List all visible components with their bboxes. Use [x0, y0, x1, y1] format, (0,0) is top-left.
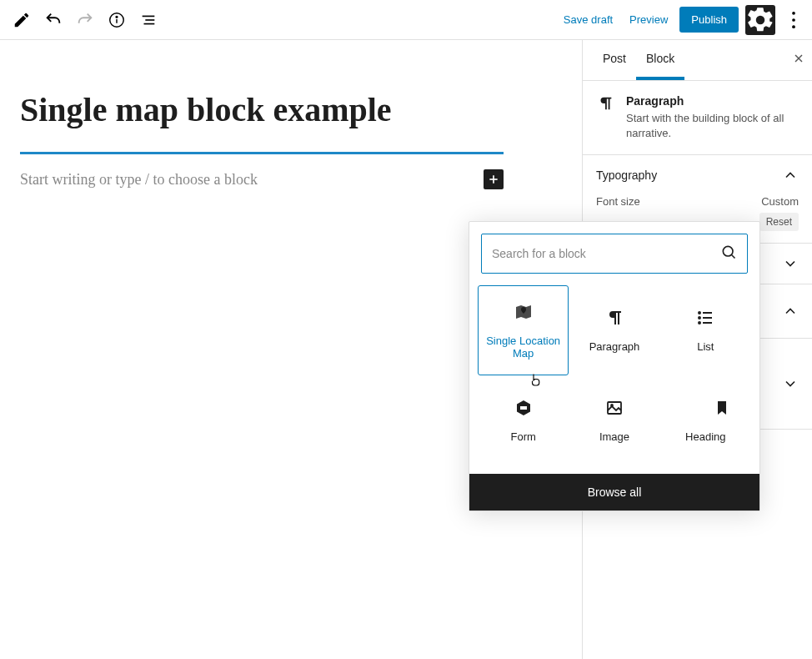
plus-icon — [487, 173, 500, 186]
search-icon — [720, 244, 737, 264]
inserter-search-region — [469, 222, 759, 285]
inserter-item-label: Paragraph — [589, 340, 640, 353]
toolbar-left-group — [7, 5, 163, 35]
form-icon — [514, 398, 534, 420]
edit-mode-button[interactable] — [7, 5, 37, 35]
heading-icon — [679, 398, 732, 420]
title-underline — [20, 152, 504, 154]
inserter-item-image[interactable]: Image — [569, 375, 659, 465]
block-inserter-popover: Single Location Map Paragraph List Form … — [469, 221, 760, 511]
svg-point-6 — [792, 11, 795, 14]
page-title[interactable]: Single map block example — [20, 90, 562, 130]
gear-icon — [745, 5, 775, 35]
inserter-item-label: Single Location Map — [484, 335, 563, 360]
info-icon — [108, 11, 126, 29]
inserter-item-heading[interactable]: Heading — [660, 375, 751, 465]
more-options-button[interactable] — [782, 5, 805, 35]
paragraph-icon — [604, 308, 624, 330]
typography-panel-title: Typography — [596, 169, 657, 182]
toolbar-right-group: Save draft Preview Publish — [559, 5, 805, 35]
close-sidebar-button[interactable] — [792, 52, 805, 69]
paragraph-icon — [596, 94, 614, 116]
info-button[interactable] — [102, 5, 132, 35]
svg-point-20 — [699, 322, 700, 324]
image-icon — [604, 398, 624, 420]
redo-button[interactable] — [70, 5, 100, 35]
svg-point-7 — [792, 18, 795, 22]
svg-point-8 — [792, 25, 795, 28]
inserter-item-label: Heading — [685, 430, 725, 443]
paragraph-placeholder[interactable]: Start writing or type / to choose a bloc… — [20, 171, 258, 189]
custom-size-label: Custom — [761, 195, 799, 208]
chevron-down-icon — [782, 375, 799, 392]
paragraph-block-row: Start writing or type / to choose a bloc… — [20, 169, 504, 189]
inserter-item-form[interactable]: Form — [478, 375, 569, 465]
redo-icon — [76, 11, 94, 29]
top-toolbar: Save draft Preview Publish — [0, 0, 812, 40]
map-marker-icon — [514, 302, 534, 324]
svg-rect-21 — [520, 406, 527, 410]
svg-point-2 — [116, 16, 118, 18]
outline-icon — [139, 11, 158, 29]
settings-button[interactable] — [745, 5, 775, 35]
outline-button[interactable] — [133, 5, 163, 35]
inserter-block-grid: Single Location Map Paragraph List Form … — [469, 285, 759, 474]
tab-post[interactable]: Post — [593, 40, 636, 80]
close-icon — [792, 52, 805, 65]
block-info-description: Start with the building block of all nar… — [626, 111, 799, 141]
chevron-up-icon — [782, 303, 799, 319]
block-info-panel: Paragraph Start with the building block … — [583, 81, 812, 155]
pencil-icon — [13, 11, 31, 29]
typography-panel-header[interactable]: Typography — [596, 167, 799, 184]
svg-line-14 — [732, 255, 735, 259]
inserter-item-list[interactable]: List — [660, 285, 751, 375]
svg-point-18 — [699, 312, 700, 314]
inserter-item-single-location-map[interactable]: Single Location Map — [478, 285, 569, 375]
font-size-label: Font size — [596, 195, 640, 208]
chevron-down-icon — [782, 255, 799, 272]
publish-button[interactable]: Publish — [679, 7, 739, 33]
sidebar-tabs: Post Block — [583, 40, 812, 81]
svg-point-23 — [611, 405, 613, 406]
inserter-item-label: List — [697, 340, 714, 353]
browse-all-button[interactable]: Browse all — [469, 474, 759, 511]
block-info-text: Paragraph Start with the building block … — [626, 94, 799, 141]
save-draft-button[interactable]: Save draft — [559, 8, 618, 31]
list-icon — [695, 308, 715, 330]
chevron-up-icon — [782, 167, 799, 184]
search-input[interactable] — [492, 247, 720, 260]
undo-button[interactable] — [38, 5, 68, 35]
inserter-item-paragraph[interactable]: Paragraph — [569, 285, 659, 375]
inserter-item-label: Form — [510, 430, 535, 443]
add-block-button[interactable] — [484, 169, 504, 189]
inserter-item-label: Image — [599, 430, 629, 443]
tab-block[interactable]: Block — [636, 40, 684, 80]
reset-button[interactable]: Reset — [759, 213, 799, 231]
svg-point-19 — [699, 317, 700, 319]
svg-point-13 — [723, 246, 733, 256]
undo-icon — [44, 11, 63, 29]
more-vertical-icon — [782, 8, 805, 32]
inserter-search-box[interactable] — [481, 234, 748, 274]
block-info-title: Paragraph — [626, 94, 799, 108]
preview-button[interactable]: Preview — [624, 8, 673, 31]
